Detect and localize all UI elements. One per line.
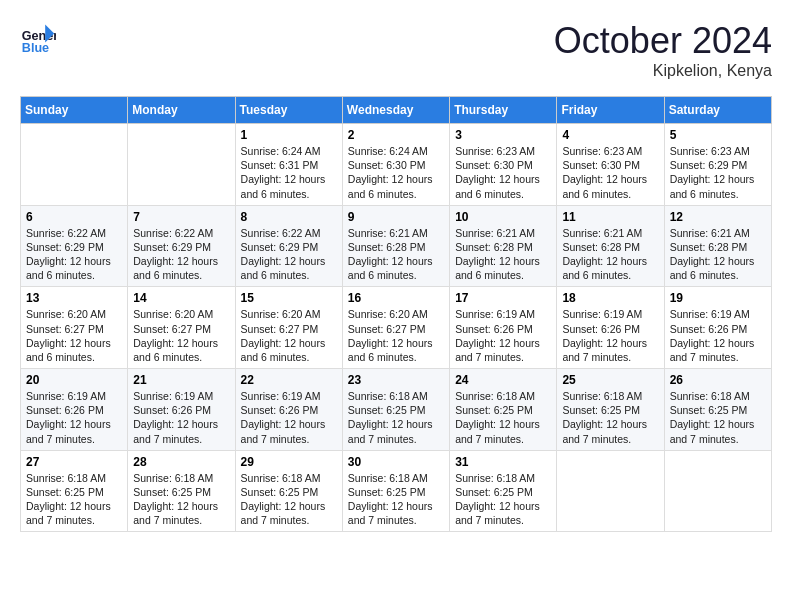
cell-content: 1Sunrise: 6:24 AM Sunset: 6:31 PM Daylig… xyxy=(241,128,337,201)
cell-content: 24Sunrise: 6:18 AM Sunset: 6:25 PM Dayli… xyxy=(455,373,551,446)
cell-content: 31Sunrise: 6:18 AM Sunset: 6:25 PM Dayli… xyxy=(455,455,551,528)
cell-info: Sunrise: 6:21 AM Sunset: 6:28 PM Dayligh… xyxy=(455,226,551,283)
calendar-cell: 22Sunrise: 6:19 AM Sunset: 6:26 PM Dayli… xyxy=(235,369,342,451)
calendar-cell: 7Sunrise: 6:22 AM Sunset: 6:29 PM Daylig… xyxy=(128,205,235,287)
calendar-cell: 5Sunrise: 6:23 AM Sunset: 6:29 PM Daylig… xyxy=(664,124,771,206)
cell-content: 25Sunrise: 6:18 AM Sunset: 6:25 PM Dayli… xyxy=(562,373,658,446)
cell-info: Sunrise: 6:18 AM Sunset: 6:25 PM Dayligh… xyxy=(348,471,444,528)
calendar-cell: 1Sunrise: 6:24 AM Sunset: 6:31 PM Daylig… xyxy=(235,124,342,206)
cell-content: 8Sunrise: 6:22 AM Sunset: 6:29 PM Daylig… xyxy=(241,210,337,283)
cell-info: Sunrise: 6:18 AM Sunset: 6:25 PM Dayligh… xyxy=(26,471,122,528)
calendar-week-3: 13Sunrise: 6:20 AM Sunset: 6:27 PM Dayli… xyxy=(21,287,772,369)
cell-content: 15Sunrise: 6:20 AM Sunset: 6:27 PM Dayli… xyxy=(241,291,337,364)
cell-content: 21Sunrise: 6:19 AM Sunset: 6:26 PM Dayli… xyxy=(133,373,229,446)
calendar-table: SundayMondayTuesdayWednesdayThursdayFrid… xyxy=(20,96,772,532)
cell-info: Sunrise: 6:20 AM Sunset: 6:27 PM Dayligh… xyxy=(26,307,122,364)
cell-content: 30Sunrise: 6:18 AM Sunset: 6:25 PM Dayli… xyxy=(348,455,444,528)
cell-content: 5Sunrise: 6:23 AM Sunset: 6:29 PM Daylig… xyxy=(670,128,766,201)
title-section: October 2024 Kipkelion, Kenya xyxy=(554,20,772,80)
cell-content: 4Sunrise: 6:23 AM Sunset: 6:30 PM Daylig… xyxy=(562,128,658,201)
cell-info: Sunrise: 6:22 AM Sunset: 6:29 PM Dayligh… xyxy=(26,226,122,283)
day-number: 13 xyxy=(26,291,122,305)
cell-info: Sunrise: 6:21 AM Sunset: 6:28 PM Dayligh… xyxy=(670,226,766,283)
day-number: 29 xyxy=(241,455,337,469)
calendar-cell: 13Sunrise: 6:20 AM Sunset: 6:27 PM Dayli… xyxy=(21,287,128,369)
cell-content: 23Sunrise: 6:18 AM Sunset: 6:25 PM Dayli… xyxy=(348,373,444,446)
cell-info: Sunrise: 6:20 AM Sunset: 6:27 PM Dayligh… xyxy=(348,307,444,364)
cell-content: 19Sunrise: 6:19 AM Sunset: 6:26 PM Dayli… xyxy=(670,291,766,364)
cell-info: Sunrise: 6:23 AM Sunset: 6:29 PM Dayligh… xyxy=(670,144,766,201)
month-title: October 2024 xyxy=(554,20,772,62)
day-header-saturday: Saturday xyxy=(664,97,771,124)
page-header: General Blue October 2024 Kipkelion, Ken… xyxy=(20,20,772,80)
day-number: 27 xyxy=(26,455,122,469)
day-number: 7 xyxy=(133,210,229,224)
cell-content: 7Sunrise: 6:22 AM Sunset: 6:29 PM Daylig… xyxy=(133,210,229,283)
day-number: 24 xyxy=(455,373,551,387)
day-number: 14 xyxy=(133,291,229,305)
cell-info: Sunrise: 6:24 AM Sunset: 6:31 PM Dayligh… xyxy=(241,144,337,201)
calendar-cell xyxy=(557,450,664,532)
day-number: 21 xyxy=(133,373,229,387)
calendar-cell: 14Sunrise: 6:20 AM Sunset: 6:27 PM Dayli… xyxy=(128,287,235,369)
day-header-wednesday: Wednesday xyxy=(342,97,449,124)
cell-info: Sunrise: 6:21 AM Sunset: 6:28 PM Dayligh… xyxy=(348,226,444,283)
cell-content: 20Sunrise: 6:19 AM Sunset: 6:26 PM Dayli… xyxy=(26,373,122,446)
calendar-cell: 8Sunrise: 6:22 AM Sunset: 6:29 PM Daylig… xyxy=(235,205,342,287)
cell-content: 9Sunrise: 6:21 AM Sunset: 6:28 PM Daylig… xyxy=(348,210,444,283)
day-number: 30 xyxy=(348,455,444,469)
cell-info: Sunrise: 6:24 AM Sunset: 6:30 PM Dayligh… xyxy=(348,144,444,201)
cell-content: 3Sunrise: 6:23 AM Sunset: 6:30 PM Daylig… xyxy=(455,128,551,201)
calendar-cell: 18Sunrise: 6:19 AM Sunset: 6:26 PM Dayli… xyxy=(557,287,664,369)
logo-icon: General Blue xyxy=(20,20,56,56)
cell-content: 18Sunrise: 6:19 AM Sunset: 6:26 PM Dayli… xyxy=(562,291,658,364)
cell-info: Sunrise: 6:22 AM Sunset: 6:29 PM Dayligh… xyxy=(133,226,229,283)
calendar-cell xyxy=(21,124,128,206)
svg-text:Blue: Blue xyxy=(22,41,49,55)
location-title: Kipkelion, Kenya xyxy=(554,62,772,80)
cell-content: 14Sunrise: 6:20 AM Sunset: 6:27 PM Dayli… xyxy=(133,291,229,364)
day-number: 18 xyxy=(562,291,658,305)
calendar-header-row: SundayMondayTuesdayWednesdayThursdayFrid… xyxy=(21,97,772,124)
calendar-cell: 27Sunrise: 6:18 AM Sunset: 6:25 PM Dayli… xyxy=(21,450,128,532)
calendar-cell: 6Sunrise: 6:22 AM Sunset: 6:29 PM Daylig… xyxy=(21,205,128,287)
day-header-tuesday: Tuesday xyxy=(235,97,342,124)
calendar-cell: 16Sunrise: 6:20 AM Sunset: 6:27 PM Dayli… xyxy=(342,287,449,369)
cell-info: Sunrise: 6:21 AM Sunset: 6:28 PM Dayligh… xyxy=(562,226,658,283)
cell-content: 17Sunrise: 6:19 AM Sunset: 6:26 PM Dayli… xyxy=(455,291,551,364)
calendar-cell: 21Sunrise: 6:19 AM Sunset: 6:26 PM Dayli… xyxy=(128,369,235,451)
calendar-cell: 12Sunrise: 6:21 AM Sunset: 6:28 PM Dayli… xyxy=(664,205,771,287)
cell-info: Sunrise: 6:19 AM Sunset: 6:26 PM Dayligh… xyxy=(562,307,658,364)
calendar-cell xyxy=(664,450,771,532)
calendar-cell: 17Sunrise: 6:19 AM Sunset: 6:26 PM Dayli… xyxy=(450,287,557,369)
cell-info: Sunrise: 6:19 AM Sunset: 6:26 PM Dayligh… xyxy=(670,307,766,364)
day-number: 20 xyxy=(26,373,122,387)
calendar-cell: 29Sunrise: 6:18 AM Sunset: 6:25 PM Dayli… xyxy=(235,450,342,532)
day-header-sunday: Sunday xyxy=(21,97,128,124)
cell-content: 16Sunrise: 6:20 AM Sunset: 6:27 PM Dayli… xyxy=(348,291,444,364)
day-number: 10 xyxy=(455,210,551,224)
cell-info: Sunrise: 6:18 AM Sunset: 6:25 PM Dayligh… xyxy=(562,389,658,446)
day-number: 15 xyxy=(241,291,337,305)
calendar-cell: 11Sunrise: 6:21 AM Sunset: 6:28 PM Dayli… xyxy=(557,205,664,287)
cell-info: Sunrise: 6:18 AM Sunset: 6:25 PM Dayligh… xyxy=(133,471,229,528)
calendar-cell: 15Sunrise: 6:20 AM Sunset: 6:27 PM Dayli… xyxy=(235,287,342,369)
day-number: 16 xyxy=(348,291,444,305)
calendar-week-2: 6Sunrise: 6:22 AM Sunset: 6:29 PM Daylig… xyxy=(21,205,772,287)
day-header-monday: Monday xyxy=(128,97,235,124)
calendar-cell: 3Sunrise: 6:23 AM Sunset: 6:30 PM Daylig… xyxy=(450,124,557,206)
day-number: 17 xyxy=(455,291,551,305)
calendar-cell: 24Sunrise: 6:18 AM Sunset: 6:25 PM Dayli… xyxy=(450,369,557,451)
day-number: 12 xyxy=(670,210,766,224)
day-header-thursday: Thursday xyxy=(450,97,557,124)
calendar-cell: 19Sunrise: 6:19 AM Sunset: 6:26 PM Dayli… xyxy=(664,287,771,369)
day-number: 2 xyxy=(348,128,444,142)
cell-content: 13Sunrise: 6:20 AM Sunset: 6:27 PM Dayli… xyxy=(26,291,122,364)
calendar-cell: 9Sunrise: 6:21 AM Sunset: 6:28 PM Daylig… xyxy=(342,205,449,287)
cell-content: 2Sunrise: 6:24 AM Sunset: 6:30 PM Daylig… xyxy=(348,128,444,201)
cell-info: Sunrise: 6:19 AM Sunset: 6:26 PM Dayligh… xyxy=(26,389,122,446)
calendar-cell: 4Sunrise: 6:23 AM Sunset: 6:30 PM Daylig… xyxy=(557,124,664,206)
cell-info: Sunrise: 6:18 AM Sunset: 6:25 PM Dayligh… xyxy=(670,389,766,446)
cell-info: Sunrise: 6:23 AM Sunset: 6:30 PM Dayligh… xyxy=(562,144,658,201)
calendar-cell: 28Sunrise: 6:18 AM Sunset: 6:25 PM Dayli… xyxy=(128,450,235,532)
